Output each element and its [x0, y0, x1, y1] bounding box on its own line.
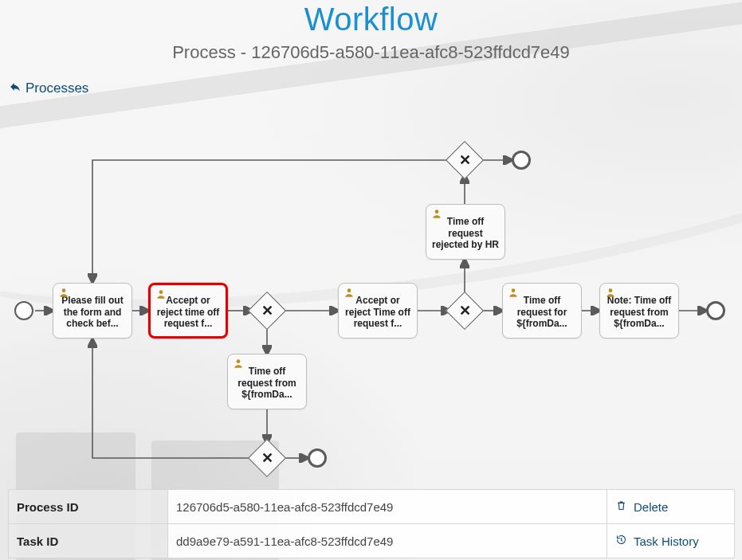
back-link-label: Processes: [26, 80, 88, 96]
svg-point-16: [347, 288, 351, 292]
task-history-label: Task History: [634, 535, 699, 548]
bpmn-canvas: Please fill out the form and check bef..…: [0, 127, 742, 486]
bpmn-task-accept-reject-1[interactable]: Accept or reject time off request f...: [148, 283, 228, 339]
delete-label: Delete: [634, 500, 668, 514]
process-info-table: Process ID 126706d5-a580-11ea-afc8-523ff…: [8, 489, 735, 558]
svg-point-18: [609, 288, 613, 292]
task-id-label: Task ID: [9, 524, 168, 558]
delete-button[interactable]: Delete: [615, 499, 668, 514]
bpmn-end-event-top[interactable]: [512, 151, 531, 170]
bpmn-end-event-right[interactable]: [706, 301, 725, 320]
user-task-icon: [58, 287, 69, 300]
task-id-value: dd9a9e79-a591-11ea-afc8-523ffdcd7e49: [168, 524, 607, 558]
process-id-value: 126706d5-a580-11ea-afc8-523ffdcd7e49: [168, 490, 607, 524]
bpmn-task-accept-reject-2[interactable]: Accept or reject Time off request f...: [338, 283, 418, 339]
bpmn-task-fill-form[interactable]: Please fill out the form and check bef..…: [53, 283, 132, 339]
back-to-processes-link[interactable]: Processes: [10, 80, 88, 96]
table-row: Process ID 126706d5-a580-11ea-afc8-523ff…: [9, 490, 735, 524]
trash-icon: [615, 499, 627, 514]
bpmn-start-event[interactable]: [14, 301, 33, 320]
bpmn-task-request-for[interactable]: Time off request for ${fromDa...: [502, 283, 582, 339]
user-task-icon: [344, 287, 355, 300]
bpmn-end-event-bottom[interactable]: [308, 448, 327, 468]
svg-point-19: [435, 210, 439, 213]
bpmn-task-note[interactable]: Note: Time off request from ${fromDa...: [599, 283, 679, 339]
user-task-icon: [155, 288, 167, 302]
page-title: Workflow: [0, 0, 742, 37]
user-task-icon: [233, 358, 244, 371]
reply-arrow-icon: [10, 80, 21, 96]
svg-point-17: [512, 288, 516, 292]
svg-point-15: [159, 290, 163, 294]
user-task-icon: [508, 287, 519, 300]
bpmn-task-rejected-hr[interactable]: Time off request rejected by HR: [426, 204, 505, 260]
history-icon: [615, 534, 627, 548]
table-row: Task ID dd9a9e79-a591-11ea-afc8-523ffdcd…: [9, 524, 735, 558]
bpmn-task-request-from[interactable]: Time off request from ${fromDa...: [227, 354, 307, 409]
user-task-icon: [605, 287, 616, 300]
process-id-label: Process ID: [9, 490, 168, 524]
page-subtitle: Process - 126706d5-a580-11ea-afc8-523ffd…: [0, 42, 742, 63]
svg-point-14: [62, 288, 66, 292]
user-task-icon: [431, 208, 442, 221]
task-history-button[interactable]: Task History: [615, 534, 699, 548]
svg-point-20: [237, 359, 241, 363]
